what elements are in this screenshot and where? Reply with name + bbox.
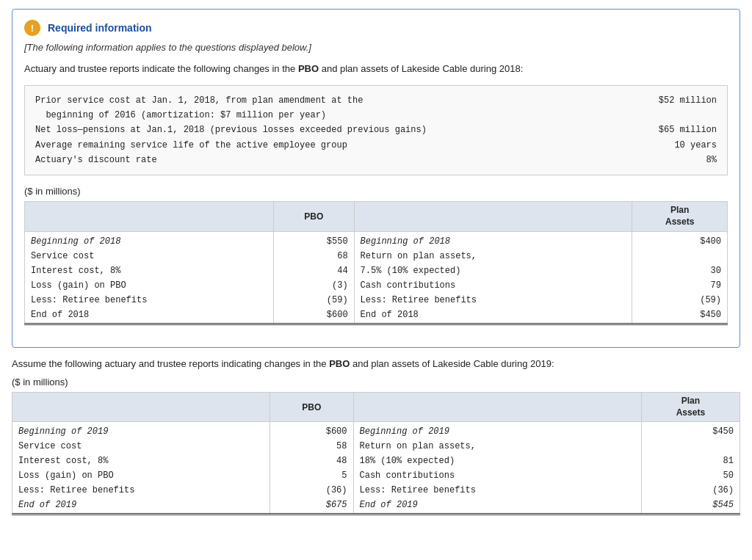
pbo-val-5: (59): [273, 293, 354, 308]
assets-val-1: $400: [632, 231, 728, 249]
assets-label-5: Less: Retiree benefits: [354, 293, 632, 308]
th-2019-pbo-header: PBO: [270, 393, 353, 422]
table-row-2018-4: Loss (gain) on PBO (3) Cash contribution…: [25, 278, 728, 293]
financial-table-2019: PBO Plan Assets Beginning of 2019 $600 B…: [12, 392, 740, 515]
pbo-label-5: Less: Retiree benefits: [25, 293, 274, 308]
assets-2019-label-5: Less: Retiree benefits: [353, 483, 641, 498]
table-row-2018-1: Beginning of 2018 $550 Beginning of 2018…: [25, 231, 728, 249]
table-section-2019: ($ in millions) PBO Plan Assets Beginnin…: [12, 377, 740, 515]
pbo-2019-val-end: $675: [270, 498, 353, 514]
assets-2019-val-3: 81: [641, 454, 740, 468]
pbo-val-end: $600: [273, 308, 354, 324]
table-row-2019-3: Interest cost, 8% 48 18% (10% expected) …: [12, 454, 740, 468]
info-value-2: $65 million: [644, 123, 717, 137]
intro-pbo-bold: PBO: [298, 63, 319, 74]
intro-paragraph: Actuary and trustee reports indicate the…: [24, 62, 728, 76]
th-pbo-header: PBO: [273, 202, 354, 231]
pbo-val-3: 44: [273, 263, 354, 278]
info-row-4: Actuary's discount rate 8%: [35, 153, 717, 167]
table-unit-label-2019: ($ in millions): [12, 377, 740, 388]
section2-intro: Assume the following actuary and trustee…: [12, 357, 740, 371]
table-row-2018-3: Interest cost, 8% 44 7.5% (10% expected)…: [25, 263, 728, 278]
assets-2019-val-1: $450: [641, 422, 740, 440]
info-label-1: Prior service cost at Jan. 1, 2018, from…: [35, 93, 644, 123]
assets-label-2: Return on plan assets,: [354, 249, 632, 263]
assets-2019-label-end: End of 2019: [353, 498, 641, 514]
th-2019-pbo-label: [12, 393, 270, 422]
pbo-label-end: End of 2018: [25, 308, 274, 324]
assets-2019-val-end: $545: [641, 498, 740, 514]
pbo-2019-label-end: End of 2019: [12, 498, 270, 514]
intro-text-1: Actuary and trustee reports indicate the…: [24, 63, 298, 74]
pbo-2019-val-5: (36): [270, 483, 353, 498]
th-assets-label: [354, 202, 632, 231]
pbo-val-2: 68: [273, 249, 354, 263]
alert-body: [The following information applies to th…: [12, 42, 740, 347]
alert-badge: !: [24, 20, 40, 36]
pbo-label-3: Interest cost, 8%: [25, 263, 274, 278]
pbo-2019-label-4: Loss (gain) on PBO: [12, 468, 270, 483]
pbo-2019-label-2: Service cost: [12, 439, 270, 454]
pbo-2019-val-1: $600: [270, 422, 353, 440]
assets-label-4: Cash contributions: [354, 278, 632, 293]
info-label-4: Actuary's discount rate: [35, 153, 692, 167]
info-value-4: 8%: [692, 153, 717, 167]
intro-text-2: and plan assets of Lakeside Cable during…: [319, 63, 523, 74]
assets-2019-label-4: Cash contributions: [353, 468, 641, 483]
th-2019-assets-label: [353, 393, 641, 422]
th-plan-assets-header: Plan Assets: [632, 202, 728, 231]
page-wrapper: ! Required information [The following in…: [0, 9, 752, 515]
pbo-val-4: (3): [273, 278, 354, 293]
info-row-2: Net loss—pensions at Jan.1, 2018 (previo…: [35, 123, 717, 137]
info-row-3: Average remaining service life of the ac…: [35, 138, 717, 153]
pbo-label-4: Loss (gain) on PBO: [25, 278, 274, 293]
assets-val-4: 79: [632, 278, 728, 293]
assets-2019-label-2: Return on plan assets,: [353, 439, 641, 454]
section2-pbo-bold: PBO: [329, 358, 350, 369]
assets-2019-val-2: [641, 439, 740, 454]
info-box-2018: Prior service cost at Jan. 1, 2018, from…: [24, 85, 728, 176]
assets-2019-val-4: 50: [641, 468, 740, 483]
table-row-2019-4: Loss (gain) on PBO 5 Cash contributions …: [12, 468, 740, 483]
assets-label-end: End of 2018: [354, 308, 632, 324]
required-info-title: Required information: [48, 22, 152, 34]
assets-val-5: (59): [632, 293, 728, 308]
table-row-2018-2: Service cost 68 Return on plan assets,: [25, 249, 728, 263]
pbo-2019-label-3: Interest cost, 8%: [12, 454, 270, 468]
pbo-val-1: $550: [273, 231, 354, 249]
info-value-1: $52 million: [644, 93, 717, 123]
info-row-1: Prior service cost at Jan. 1, 2018, from…: [35, 93, 717, 123]
th-2019-plan-assets-header: Plan Assets: [641, 393, 740, 422]
th-pbo-label: [25, 202, 274, 231]
assets-val-3: 30: [632, 263, 728, 278]
assets-2019-label-1: Beginning of 2019: [353, 422, 641, 440]
assets-val-end: $450: [632, 308, 728, 324]
pbo-2019-label-1: Beginning of 2019: [12, 422, 270, 440]
italic-note: [The following information applies to th…: [24, 42, 728, 53]
assets-label-1: Beginning of 2018: [354, 231, 632, 249]
info-value-3: 10 years: [659, 138, 717, 153]
section2-text1: Assume the following actuary and trustee…: [12, 358, 329, 369]
pbo-label-2: Service cost: [25, 249, 274, 263]
table-row-2019-5: Less: Retiree benefits (36) Less: Retire…: [12, 483, 740, 498]
pbo-2019-val-2: 58: [270, 439, 353, 454]
table-row-2019-1: Beginning of 2019 $600 Beginning of 2019…: [12, 422, 740, 440]
pbo-label-1: Beginning of 2018: [25, 231, 274, 249]
assets-val-2: [632, 249, 728, 263]
alert-section: ! Required information [The following in…: [12, 9, 740, 348]
assets-2019-label-3: 18% (10% expected): [353, 454, 641, 468]
pbo-2019-val-3: 48: [270, 454, 353, 468]
assets-label-3: 7.5% (10% expected): [354, 263, 632, 278]
table-unit-label-2018: ($ in millions): [24, 186, 728, 197]
info-label-3: Average remaining service life of the ac…: [35, 138, 659, 153]
info-label-2: Net loss—pensions at Jan.1, 2018 (previo…: [35, 123, 644, 137]
section2-text2: and plan assets of Lakeside Cable during…: [350, 358, 554, 369]
table-header-row: PBO Plan Assets: [25, 202, 728, 231]
financial-table-2018: PBO Plan Assets Beginning of 2018 $550 B…: [24, 201, 728, 324]
table-2019-header-row: PBO Plan Assets: [12, 393, 740, 422]
table-row-2019-2: Service cost 58 Return on plan assets,: [12, 439, 740, 454]
pbo-2019-label-5: Less: Retiree benefits: [12, 483, 270, 498]
pbo-2019-val-4: 5: [270, 468, 353, 483]
table-row-2019-end: End of 2019 $675 End of 2019 $545: [12, 498, 740, 514]
table-row-2018-5: Less: Retiree benefits (59) Less: Retire…: [25, 293, 728, 308]
